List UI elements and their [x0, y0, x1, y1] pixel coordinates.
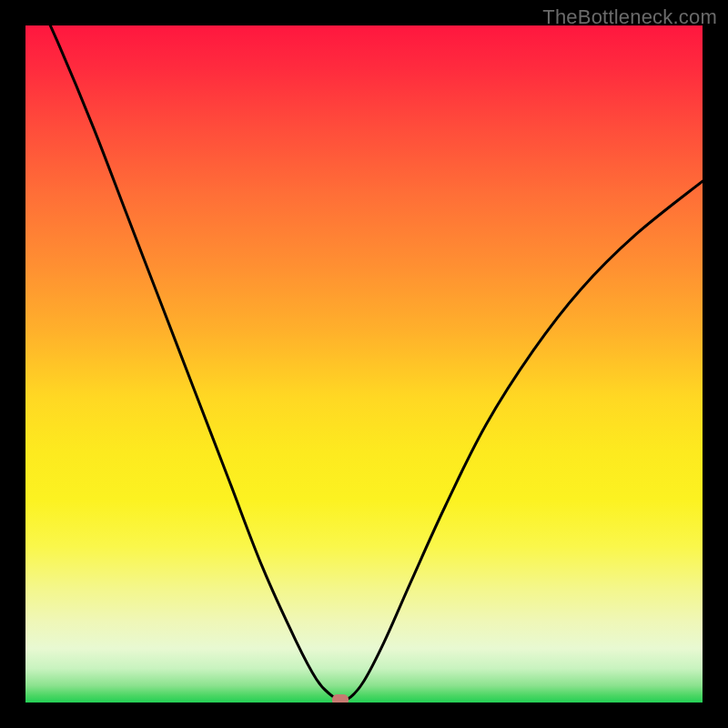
- minimum-marker: [332, 694, 349, 703]
- plot-area: [25, 25, 703, 703]
- bottleneck-curve-path: [25, 25, 703, 700]
- chart-frame: TheBottleneck.com: [0, 0, 728, 728]
- watermark-text: TheBottleneck.com: [542, 5, 717, 29]
- curve-svg: [25, 25, 703, 703]
